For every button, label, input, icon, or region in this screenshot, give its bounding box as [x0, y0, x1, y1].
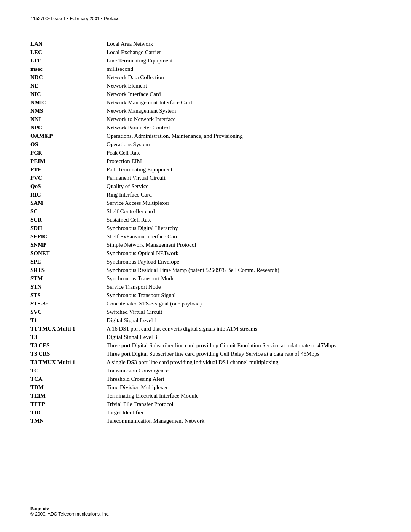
abbreviation-term: NIC [30, 90, 107, 98]
table-row: SCShelf Controller card [30, 207, 381, 216]
table-row: T3 CRSThree port Digital Subscriber line… [30, 350, 381, 358]
abbreviation-definition: Shelf Controller card [107, 207, 381, 216]
table-row: TMNTelecommunication Management Network [30, 417, 381, 425]
abbreviation-term: PEIM [30, 157, 107, 165]
table-row: SAMService Access Multiplexer [30, 199, 381, 207]
table-row: NDCNetwork Data Collection [30, 73, 381, 81]
abbreviation-definition: Operations, Administration, Maintenance,… [107, 132, 381, 140]
abbreviation-definition: Three port Digital Subscriber line card … [107, 350, 381, 358]
abbreviation-definition: Concatenated STS-3 signal (one payload) [107, 299, 381, 308]
abbreviation-term: RIC [30, 190, 107, 199]
abbreviation-term: SONET [30, 249, 107, 257]
abbreviation-definition: A 16 DS1 port card that converts digital… [107, 324, 381, 333]
table-row: PVCPermanent Virtual Circuit [30, 174, 381, 182]
abbreviation-term: T3 CES [30, 341, 107, 350]
abbreviation-term: SRTS [30, 266, 107, 274]
abbreviation-term: SC [30, 207, 107, 216]
abbreviation-definition: Transmission Convergence [107, 366, 381, 375]
abbreviation-definition: Telecommunication Management Network [107, 417, 381, 425]
abbreviation-term: STS [30, 291, 107, 299]
abbreviation-term: T3 [30, 333, 107, 341]
abbreviation-term: NNI [30, 115, 107, 123]
table-row: NNINetwork to Network Interface [30, 115, 381, 123]
abbreviation-definition: Synchronous Transport Mode [107, 274, 381, 283]
abbreviation-definition: Synchronous Digital Hierarchy [107, 224, 381, 232]
abbreviation-term: NMIC [30, 98, 107, 107]
table-row: SNMPSimple Network Management Protocol [30, 241, 381, 249]
abbreviation-definition: Synchronous Residual Time Stamp (patent … [107, 266, 381, 274]
page-container: 1152700• Issue 1 • February 2001 • Prefa… [0, 0, 411, 532]
abbreviation-definition: Network Element [107, 81, 381, 90]
abbreviation-term: OAM&P [30, 132, 107, 140]
table-row: PCRPeak Cell Rate [30, 149, 381, 157]
abbreviation-definition: Trivial File Transfer Protocol [107, 400, 381, 408]
abbreviation-term: TID [30, 408, 107, 417]
abbreviation-term: NDC [30, 73, 107, 81]
abbreviation-definition: Line Terminating Equipment [107, 56, 381, 65]
abbreviation-term: SPE [30, 257, 107, 266]
table-row: NMSNetwork Management System [30, 107, 381, 115]
abbreviation-definition: Sustained Cell Rate [107, 216, 381, 224]
abbreviation-term: STN [30, 283, 107, 291]
abbreviation-definition: Synchronous Payload Envelope [107, 257, 381, 266]
abbreviation-definition: Digital Signal Level 3 [107, 333, 381, 341]
abbreviation-definition: Synchronous Transport Signal [107, 291, 381, 299]
table-row: OAM&POperations, Administration, Mainten… [30, 132, 381, 140]
table-row: NPCNetwork Parameter Control [30, 123, 381, 132]
header-bar: 1152700• Issue 1 • February 2001 • Prefa… [30, 15, 381, 24]
abbreviation-term: LAN [30, 40, 107, 48]
table-row: TCAThreshold Crossing Alert [30, 375, 381, 383]
abbreviation-definition: Permanent Virtual Circuit [107, 174, 381, 182]
table-row: STS-3cConcatenated STS-3 signal (one pay… [30, 299, 381, 308]
table-row: LECLocal Exchange Carrier [30, 48, 381, 56]
table-row: TEIMTerminating Electrical Interface Mod… [30, 391, 381, 400]
table-row: LANLocal Area Network [30, 40, 381, 48]
table-row: SRTSSynchronous Residual Time Stamp (pat… [30, 266, 381, 274]
abbreviation-term: SDH [30, 224, 107, 232]
abbreviation-term: PCR [30, 149, 107, 157]
abbreviation-definition: Terminating Electrical Interface Module [107, 391, 381, 400]
table-row: TDMTime Division Multiplexer [30, 383, 381, 391]
abbreviation-definition: Protection EIM [107, 157, 381, 165]
abbreviation-definition: Switched Virtual Circuit [107, 308, 381, 316]
abbreviation-definition: Local Exchange Carrier [107, 48, 381, 56]
abbreviation-term: LTE [30, 56, 107, 65]
abbreviation-term: TEIM [30, 391, 107, 400]
table-row: T1Digital Signal Level 1 [30, 316, 381, 324]
abbreviation-definition: Digital Signal Level 1 [107, 316, 381, 324]
abbreviation-term: T1 [30, 316, 107, 324]
table-row: SONETSynchronous Optical NETwork [30, 249, 381, 257]
abbreviation-definition: Synchronous Optical NETwork [107, 249, 381, 257]
abbreviation-term: SAM [30, 199, 107, 207]
abbreviation-definition: millisecond [107, 65, 381, 73]
footer-area: Page xiv © 2000, ADC Telecommunications,… [30, 506, 110, 517]
abbreviation-definition: Local Area Network [107, 40, 381, 48]
abbreviation-term: T1 TMUX Multi 1 [30, 324, 107, 333]
abbreviation-definition: Shelf ExPansion Interface Card [107, 232, 381, 241]
table-row: OSOperations System [30, 140, 381, 149]
abbreviation-definition: Ring Interface Card [107, 190, 381, 199]
table-row: QoSQuality of Service [30, 182, 381, 190]
abbreviation-term: NE [30, 81, 107, 90]
abbreviation-term: msec [30, 65, 107, 73]
abbreviation-table: LANLocal Area NetworkLECLocal Exchange C… [30, 40, 381, 425]
footer-page-label: Page xiv [30, 506, 110, 511]
table-row: SPESynchronous Payload Envelope [30, 257, 381, 266]
abbreviation-term: PVC [30, 174, 107, 182]
abbreviation-term: NPC [30, 123, 107, 132]
table-row: STMSynchronous Transport Mode [30, 274, 381, 283]
abbreviation-term: TDM [30, 383, 107, 391]
table-row: RICRing Interface Card [30, 190, 381, 199]
abbreviation-definition: Peak Cell Rate [107, 149, 381, 157]
table-row: SDHSynchronous Digital Hierarchy [30, 224, 381, 232]
abbreviation-definition: Threshold Crossing Alert [107, 375, 381, 383]
abbreviation-term: LEC [30, 48, 107, 56]
table-row: NMICNetwork Management Interface Card [30, 98, 381, 107]
abbreviation-definition: Network Management System [107, 107, 381, 115]
abbreviation-definition: Operations System [107, 140, 381, 149]
abbreviation-term: SNMP [30, 241, 107, 249]
table-row: SCRSustained Cell Rate [30, 216, 381, 224]
abbreviation-term: QoS [30, 182, 107, 190]
abbreviation-term: TFTP [30, 400, 107, 408]
abbreviation-definition: Target Identifier [107, 408, 381, 417]
